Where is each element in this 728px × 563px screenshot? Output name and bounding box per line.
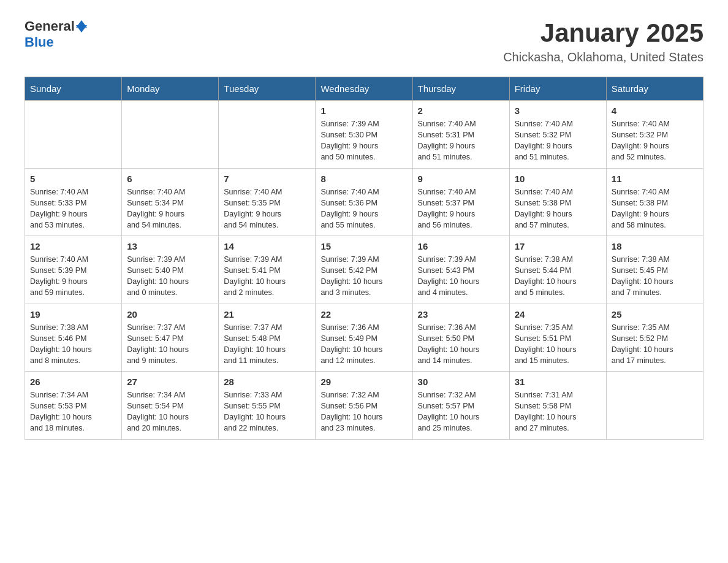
day-info: Sunrise: 7:40 AM Sunset: 5:36 PM Dayligh…: [320, 186, 407, 231]
day-info: Sunrise: 7:34 AM Sunset: 5:54 PM Dayligh…: [127, 389, 213, 434]
calendar-day-7: 7Sunrise: 7:40 AM Sunset: 5:35 PM Daylig…: [219, 168, 316, 236]
day-number: 21: [224, 309, 310, 320]
calendar-day-5: 5Sunrise: 7:40 AM Sunset: 5:33 PM Daylig…: [25, 168, 122, 236]
day-info: Sunrise: 7:39 AM Sunset: 5:43 PM Dayligh…: [418, 254, 504, 299]
day-info: Sunrise: 7:37 AM Sunset: 5:47 PM Dayligh…: [127, 322, 213, 367]
calendar-day-16: 16Sunrise: 7:39 AM Sunset: 5:43 PM Dayli…: [412, 236, 509, 304]
day-number: 14: [224, 241, 310, 251]
day-number: 2: [418, 105, 504, 116]
calendar-day-11: 11Sunrise: 7:40 AM Sunset: 5:38 PM Dayli…: [606, 168, 703, 236]
calendar-day-23: 23Sunrise: 7:36 AM Sunset: 5:50 PM Dayli…: [412, 304, 509, 372]
calendar-day-24: 24Sunrise: 7:35 AM Sunset: 5:51 PM Dayli…: [509, 304, 606, 372]
calendar-empty-cell: [606, 372, 703, 440]
calendar-day-9: 9Sunrise: 7:40 AM Sunset: 5:37 PM Daylig…: [412, 168, 509, 236]
day-number: 27: [127, 377, 213, 387]
day-info: Sunrise: 7:36 AM Sunset: 5:49 PM Dayligh…: [320, 322, 407, 367]
calendar-day-30: 30Sunrise: 7:32 AM Sunset: 5:57 PM Dayli…: [412, 372, 509, 440]
calendar-day-19: 19Sunrise: 7:38 AM Sunset: 5:46 PM Dayli…: [25, 304, 122, 372]
day-info: Sunrise: 7:35 AM Sunset: 5:51 PM Dayligh…: [515, 322, 601, 367]
day-number: 3: [515, 105, 601, 116]
calendar-empty-cell: [25, 101, 122, 169]
calendar-header-row: SundayMondayTuesdayWednesdayThursdayFrid…: [25, 77, 703, 101]
day-info: Sunrise: 7:32 AM Sunset: 5:56 PM Dayligh…: [320, 389, 407, 434]
weekday-header-saturday: Saturday: [606, 77, 703, 101]
day-number: 6: [127, 174, 213, 184]
calendar-day-25: 25Sunrise: 7:35 AM Sunset: 5:52 PM Dayli…: [606, 304, 703, 372]
weekday-header-sunday: Sunday: [25, 77, 122, 101]
day-info: Sunrise: 7:36 AM Sunset: 5:50 PM Dayligh…: [418, 322, 504, 367]
day-number: 13: [127, 241, 213, 251]
day-number: 20: [127, 309, 213, 320]
calendar-day-20: 20Sunrise: 7:37 AM Sunset: 5:47 PM Dayli…: [122, 304, 219, 372]
day-number: 5: [30, 174, 116, 184]
main-title: January 2025: [503, 18, 703, 48]
day-number: 11: [612, 174, 698, 184]
calendar-day-2: 2Sunrise: 7:40 AM Sunset: 5:31 PM Daylig…: [412, 101, 509, 169]
calendar-day-1: 1Sunrise: 7:39 AM Sunset: 5:30 PM Daylig…: [316, 101, 412, 169]
day-info: Sunrise: 7:40 AM Sunset: 5:37 PM Dayligh…: [418, 186, 504, 231]
day-info: Sunrise: 7:40 AM Sunset: 5:39 PM Dayligh…: [30, 254, 116, 299]
day-number: 30: [418, 377, 504, 387]
day-info: Sunrise: 7:40 AM Sunset: 5:32 PM Dayligh…: [515, 118, 601, 163]
day-number: 23: [418, 309, 504, 320]
logo-blue-text: Blue: [25, 34, 54, 50]
day-info: Sunrise: 7:40 AM Sunset: 5:38 PM Dayligh…: [612, 186, 698, 231]
day-info: Sunrise: 7:40 AM Sunset: 5:38 PM Dayligh…: [515, 186, 601, 231]
day-number: 8: [320, 174, 407, 184]
calendar-day-27: 27Sunrise: 7:34 AM Sunset: 5:54 PM Dayli…: [122, 372, 219, 440]
page-header: General Blue January 2025 Chickasha, Okl…: [25, 18, 703, 64]
calendar-day-29: 29Sunrise: 7:32 AM Sunset: 5:56 PM Dayli…: [316, 372, 412, 440]
day-number: 15: [320, 241, 407, 251]
weekday-header-monday: Monday: [122, 77, 219, 101]
calendar-day-14: 14Sunrise: 7:39 AM Sunset: 5:41 PM Dayli…: [219, 236, 316, 304]
day-info: Sunrise: 7:38 AM Sunset: 5:46 PM Dayligh…: [30, 322, 116, 367]
calendar-empty-cell: [122, 101, 219, 169]
day-number: 26: [30, 377, 116, 387]
calendar-day-17: 17Sunrise: 7:38 AM Sunset: 5:44 PM Dayli…: [509, 236, 606, 304]
day-info: Sunrise: 7:40 AM Sunset: 5:33 PM Dayligh…: [30, 186, 116, 231]
day-number: 10: [515, 174, 601, 184]
day-number: 28: [224, 377, 310, 387]
calendar-week-row: 26Sunrise: 7:34 AM Sunset: 5:53 PM Dayli…: [25, 372, 703, 440]
calendar-day-28: 28Sunrise: 7:33 AM Sunset: 5:55 PM Dayli…: [219, 372, 316, 440]
day-number: 24: [515, 309, 601, 320]
calendar-day-26: 26Sunrise: 7:34 AM Sunset: 5:53 PM Dayli…: [25, 372, 122, 440]
weekday-header-thursday: Thursday: [412, 77, 509, 101]
calendar-day-8: 8Sunrise: 7:40 AM Sunset: 5:36 PM Daylig…: [316, 168, 412, 236]
day-number: 22: [320, 309, 407, 320]
day-info: Sunrise: 7:38 AM Sunset: 5:45 PM Dayligh…: [612, 254, 698, 299]
day-info: Sunrise: 7:32 AM Sunset: 5:57 PM Dayligh…: [418, 389, 504, 434]
day-number: 1: [320, 105, 407, 116]
day-info: Sunrise: 7:34 AM Sunset: 5:53 PM Dayligh…: [30, 389, 116, 434]
day-info: Sunrise: 7:40 AM Sunset: 5:31 PM Dayligh…: [418, 118, 504, 163]
calendar-week-row: 19Sunrise: 7:38 AM Sunset: 5:46 PM Dayli…: [25, 304, 703, 372]
subtitle: Chickasha, Oklahoma, United States: [503, 50, 703, 64]
calendar-day-10: 10Sunrise: 7:40 AM Sunset: 5:38 PM Dayli…: [509, 168, 606, 236]
calendar-day-6: 6Sunrise: 7:40 AM Sunset: 5:34 PM Daylig…: [122, 168, 219, 236]
calendar-day-18: 18Sunrise: 7:38 AM Sunset: 5:45 PM Dayli…: [606, 236, 703, 304]
calendar-week-row: 1Sunrise: 7:39 AM Sunset: 5:30 PM Daylig…: [25, 101, 703, 169]
day-number: 29: [320, 377, 407, 387]
day-number: 17: [515, 241, 601, 251]
day-number: 4: [612, 105, 698, 116]
day-number: 31: [515, 377, 601, 387]
title-block: January 2025 Chickasha, Oklahoma, United…: [503, 18, 703, 64]
day-number: 7: [224, 174, 310, 184]
calendar-day-3: 3Sunrise: 7:40 AM Sunset: 5:32 PM Daylig…: [509, 101, 606, 169]
logo-general-text: General: [25, 18, 75, 34]
day-info: Sunrise: 7:40 AM Sunset: 5:35 PM Dayligh…: [224, 186, 310, 231]
day-info: Sunrise: 7:39 AM Sunset: 5:42 PM Dayligh…: [320, 254, 407, 299]
day-info: Sunrise: 7:39 AM Sunset: 5:40 PM Dayligh…: [127, 254, 213, 299]
calendar-week-row: 12Sunrise: 7:40 AM Sunset: 5:39 PM Dayli…: [25, 236, 703, 304]
weekday-header-friday: Friday: [509, 77, 606, 101]
day-number: 19: [30, 309, 116, 320]
calendar-table: SundayMondayTuesdayWednesdayThursdayFrid…: [25, 77, 703, 440]
day-info: Sunrise: 7:40 AM Sunset: 5:34 PM Dayligh…: [127, 186, 213, 231]
calendar-day-12: 12Sunrise: 7:40 AM Sunset: 5:39 PM Dayli…: [25, 236, 122, 304]
calendar-day-21: 21Sunrise: 7:37 AM Sunset: 5:48 PM Dayli…: [219, 304, 316, 372]
calendar-empty-cell: [219, 101, 316, 169]
day-number: 9: [418, 174, 504, 184]
day-info: Sunrise: 7:35 AM Sunset: 5:52 PM Dayligh…: [612, 322, 698, 367]
day-number: 12: [30, 241, 116, 251]
logo: General Blue: [25, 18, 87, 50]
